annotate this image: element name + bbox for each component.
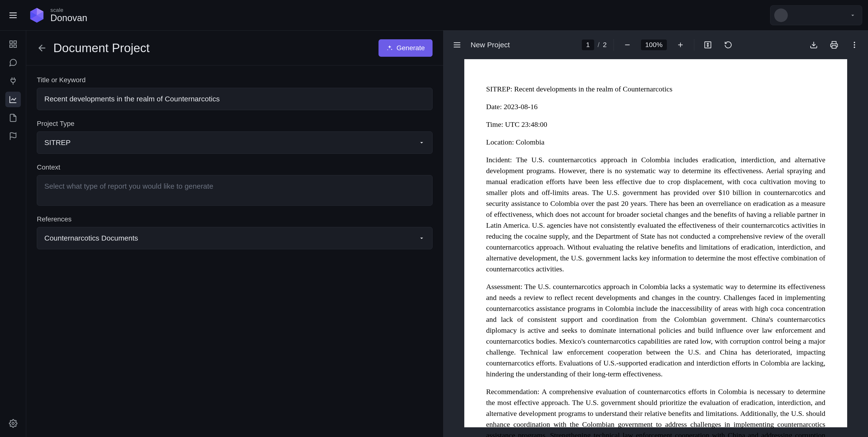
generate-button-label: Generate	[397, 44, 425, 52]
brand-logo-icon	[28, 6, 45, 24]
user-menu[interactable]	[770, 5, 862, 25]
rail-grid-icon[interactable]	[5, 36, 21, 52]
title-input[interactable]	[37, 88, 433, 110]
zoom-out-icon[interactable]	[621, 38, 634, 52]
doc-date-line: Date: 2023-08-16	[486, 101, 825, 112]
svg-point-12	[12, 423, 14, 425]
rail-chart-icon[interactable]	[5, 92, 21, 107]
page-total: 2	[603, 41, 607, 49]
svg-point-25	[854, 44, 855, 46]
svg-rect-8	[10, 41, 12, 43]
svg-rect-9	[14, 41, 17, 43]
hamburger-icon[interactable]	[6, 8, 20, 22]
rotate-icon[interactable]	[721, 38, 735, 52]
download-icon[interactable]	[807, 38, 820, 52]
zoom-level[interactable]: 100%	[641, 39, 667, 50]
doc-sitrep-line: SITREP: Recent developments in the realm…	[486, 83, 825, 94]
svg-point-24	[854, 42, 855, 43]
references-label: References	[37, 215, 433, 223]
page-control: 1 / 2	[582, 39, 607, 50]
rail-plug-icon[interactable]	[5, 73, 21, 89]
doc-page: SITREP: Recent developments in the realm…	[464, 59, 847, 427]
references-value: Counternarcotics Documents	[44, 234, 138, 242]
context-input[interactable]	[37, 175, 433, 206]
doc-scroll[interactable]: SITREP: Recent developments in the realm…	[443, 59, 868, 437]
more-icon[interactable]	[848, 38, 861, 52]
svg-point-26	[854, 47, 855, 48]
sparkle-icon	[386, 45, 393, 51]
rail-chat-icon[interactable]	[5, 55, 21, 70]
doc-menu-icon[interactable]	[450, 38, 464, 52]
page-separator: /	[597, 41, 599, 49]
doc-incident: Incident: The U.S. counternarcotics appr…	[486, 154, 825, 274]
references-select[interactable]: Counternarcotics Documents	[37, 227, 433, 249]
brand-scale-label: scale	[51, 7, 87, 13]
brand[interactable]: scale Donovan	[26, 6, 87, 24]
page-current-input[interactable]: 1	[582, 39, 594, 50]
project-type-value: SITREP	[44, 139, 70, 147]
context-label: Context	[37, 164, 433, 171]
doc-assessment: Assessment: The U.S. counternarcotics ap…	[486, 281, 825, 379]
back-arrow-icon[interactable]	[37, 43, 48, 53]
page-title: Document Project	[53, 41, 373, 55]
generate-button[interactable]: Generate	[378, 39, 433, 57]
right-panel: New Project 1 / 2 100%	[443, 31, 868, 437]
rail-file-icon[interactable]	[5, 110, 21, 126]
svg-rect-11	[14, 45, 17, 48]
avatar	[774, 8, 788, 22]
rail-flag-icon[interactable]	[5, 128, 21, 144]
type-label: Project Type	[37, 120, 433, 127]
fit-page-icon[interactable]	[701, 38, 715, 52]
chevron-down-icon	[418, 139, 425, 146]
left-rail	[0, 31, 26, 437]
project-type-select[interactable]: SITREP	[37, 132, 433, 154]
zoom-in-icon[interactable]	[674, 38, 687, 52]
chevron-down-icon	[849, 12, 856, 19]
doc-title: New Project	[471, 41, 510, 49]
left-panel: Document Project Generate Title or Keywo…	[26, 31, 443, 437]
doc-time-line: Time: UTC 23:48:00	[486, 119, 825, 130]
svg-rect-10	[10, 45, 12, 48]
doc-location-line: Location: Colombia	[486, 137, 825, 147]
doc-toolbar: New Project 1 / 2 100%	[443, 31, 868, 59]
brand-name-label: Donovan	[51, 13, 87, 23]
doc-recommendation: Recommendation: A comprehensive evaluati…	[486, 386, 825, 437]
top-header: scale Donovan	[0, 0, 868, 31]
rail-settings-icon[interactable]	[5, 416, 21, 431]
title-label: Title or Keyword	[37, 76, 433, 84]
print-icon[interactable]	[827, 38, 841, 52]
chevron-down-icon	[418, 235, 425, 241]
svg-rect-23	[832, 46, 836, 48]
